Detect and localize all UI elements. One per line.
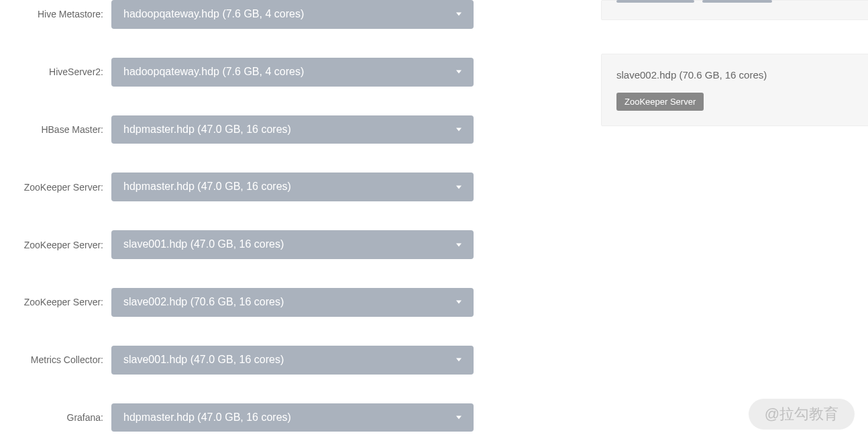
field-label: Hive Metastore:	[0, 9, 111, 19]
field-label: HiveServer2:	[0, 66, 111, 77]
assignment-row: ZooKeeper Server: slave002.hdp (70.6 GB,…	[0, 278, 474, 317]
select-value: hdpmaster.hdp (47.0 GB, 16 cores)	[123, 411, 291, 423]
field-label: ZooKeeper Server:	[0, 182, 111, 193]
host-select-hive-metastore[interactable]: hadoopqateway.hdp (7.6 GB, 4 cores)	[111, 0, 474, 29]
caret-down-icon	[456, 185, 462, 189]
side-panel: slave002.hdp (70.6 GB, 16 cores) ZooKeep…	[601, 0, 868, 443]
host-card-slave002: slave002.hdp (70.6 GB, 16 cores) ZooKeep…	[601, 54, 868, 126]
select-value: slave002.hdp (70.6 GB, 16 cores)	[123, 296, 284, 307]
host-select-zookeeper-2[interactable]: slave001.hdp (47.0 GB, 16 cores)	[111, 230, 474, 259]
select-value: slave001.hdp (47.0 GB, 16 cores)	[123, 238, 284, 250]
host-select-hiveserver2[interactable]: hadoopqateway.hdp (7.6 GB, 4 cores)	[111, 58, 474, 87]
select-value: hdpmaster.hdp (47.0 GB, 16 cores)	[123, 181, 291, 192]
caret-down-icon	[456, 13, 462, 16]
host-select-hbase-master[interactable]: hdpmaster.hdp (47.0 GB, 16 cores)	[111, 115, 474, 144]
host-card-title: slave002.hdp (70.6 GB, 16 cores)	[616, 69, 868, 81]
assignment-form: Hive Metastore: hadoopqateway.hdp (7.6 G…	[0, 0, 487, 443]
assignment-row: Grafana: hdpmaster.hdp (47.0 GB, 16 core…	[0, 393, 474, 432]
field-label: ZooKeeper Server:	[0, 297, 111, 307]
select-value: hdpmaster.hdp (47.0 GB, 16 cores)	[123, 124, 291, 135]
assignment-row: ZooKeeper Server: slave001.hdp (47.0 GB,…	[0, 220, 474, 259]
service-badge-zookeeper: ZooKeeper Server	[616, 93, 704, 111]
assignment-row: HiveServer2: hadoopqateway.hdp (7.6 GB, …	[0, 48, 474, 87]
select-value: hadoopqateway.hdp (7.6 GB, 4 cores)	[123, 8, 304, 19]
host-select-grafana[interactable]: hdpmaster.hdp (47.0 GB, 16 cores)	[111, 403, 474, 432]
host-select-zookeeper-3[interactable]: slave002.hdp (70.6 GB, 16 cores)	[111, 288, 474, 317]
host-select-metrics-collector[interactable]: slave001.hdp (47.0 GB, 16 cores)	[111, 346, 474, 375]
assignment-row: Hive Metastore: hadoopqateway.hdp (7.6 G…	[0, 0, 474, 29]
field-label: HBase Master:	[0, 124, 111, 135]
select-value: slave001.hdp (47.0 GB, 16 cores)	[123, 354, 284, 365]
caret-down-icon	[456, 70, 462, 74]
assignment-row: ZooKeeper Server: hdpmaster.hdp (47.0 GB…	[0, 162, 474, 201]
field-label: Metrics Collector:	[0, 354, 111, 365]
host-select-zookeeper-1[interactable]: hdpmaster.hdp (47.0 GB, 16 cores)	[111, 173, 474, 201]
select-value: hadoopqateway.hdp (7.6 GB, 4 cores)	[123, 66, 304, 77]
assignment-row: HBase Master: hdpmaster.hdp (47.0 GB, 16…	[0, 105, 474, 144]
caret-down-icon	[456, 128, 462, 131]
pill-placeholder	[616, 0, 694, 3]
caret-down-icon	[456, 358, 462, 362]
pill-placeholder	[702, 0, 772, 3]
watermark: @拉勾教育	[749, 399, 855, 430]
caret-down-icon	[456, 301, 462, 304]
field-label: ZooKeeper Server:	[0, 240, 111, 250]
assignment-row: Metrics Collector: slave001.hdp (47.0 GB…	[0, 336, 474, 375]
caret-down-icon	[456, 415, 462, 419]
side-card-collapsed	[601, 0, 868, 20]
field-label: Grafana:	[0, 412, 111, 423]
caret-down-icon	[456, 243, 462, 246]
